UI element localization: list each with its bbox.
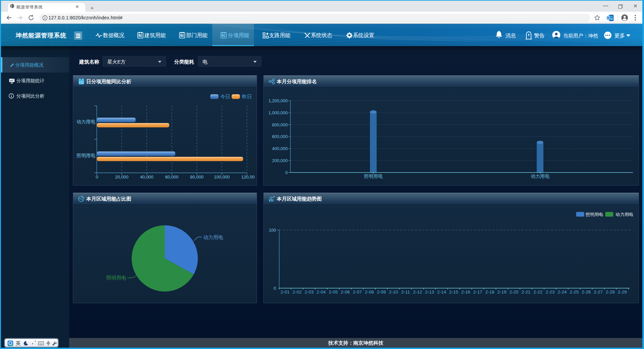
svg-text:2-29: 2-29 [618,289,627,295]
svg-text:0: 0 [285,170,288,175]
svg-text:动力用电: 动力用电 [615,212,633,217]
svg-text:120,00: 120,00 [241,174,255,180]
svg-text:2-28: 2-28 [606,289,615,295]
svg-text:80,000: 80,000 [190,174,204,180]
svg-text:动力用电: 动力用电 [203,234,223,240]
svg-text:1,200,000: 1,200,000 [268,98,288,103]
svg-text:照明用电: 照明用电 [586,212,603,217]
svg-text:2-04: 2-04 [317,289,326,295]
svg-text:2-25: 2-25 [569,289,578,295]
svg-text:2-20: 2-20 [509,289,518,295]
svg-text:2-11: 2-11 [401,289,410,295]
svg-text:2-21: 2-21 [521,289,530,295]
svg-text:2-01: 2-01 [280,289,289,295]
svg-text:2-07: 2-07 [353,289,362,295]
svg-text:昨日: 昨日 [242,94,252,99]
svg-text:40,000: 40,000 [140,174,153,180]
svg-text:照明用电: 照明用电 [364,173,383,179]
svg-text:0: 0 [274,286,276,291]
svg-text:100: 100 [269,228,276,233]
svg-text:800,000: 800,000 [272,122,288,127]
svg-text:2-22: 2-22 [533,289,542,295]
svg-text:2-24: 2-24 [557,289,567,295]
svg-text:动力用电: 动力用电 [531,173,549,179]
svg-text:2-03: 2-03 [305,289,314,295]
svg-text:2-14: 2-14 [437,289,446,295]
svg-text:2-05: 2-05 [329,289,338,295]
svg-text:2-15: 2-15 [449,289,458,295]
svg-text:2-02: 2-02 [292,289,301,295]
svg-text:动力用电: 动力用电 [77,119,95,124]
svg-text:2-23: 2-23 [545,289,554,295]
svg-text:2-12: 2-12 [413,289,422,295]
svg-text:2-10: 2-10 [389,289,398,295]
svg-text:今日: 今日 [220,94,230,99]
svg-text:2-18: 2-18 [485,289,494,295]
svg-text:照明用电: 照明用电 [106,275,126,280]
svg-text:2-16: 2-16 [461,289,470,295]
svg-text:2-26: 2-26 [582,289,591,295]
svg-text:100,000: 100,000 [214,174,230,180]
svg-text:60,000: 60,000 [165,174,178,180]
svg-text:400,000: 400,000 [272,146,288,151]
svg-text:0: 0 [96,174,98,180]
svg-text:2-08: 2-08 [365,289,374,295]
svg-text:照明用电: 照明用电 [77,153,95,158]
svg-text:2-19: 2-19 [497,289,506,295]
svg-text:200,000: 200,000 [272,158,288,163]
svg-text:1,000,000: 1,000,000 [268,110,288,115]
svg-text:2-27: 2-27 [594,289,603,295]
svg-text:600,000: 600,000 [272,134,288,139]
svg-text:2-06: 2-06 [341,289,350,295]
svg-text:20,000: 20,000 [115,174,128,180]
svg-text:2-09: 2-09 [377,289,386,295]
svg-text:2-17: 2-17 [473,289,482,295]
svg-text:2-13: 2-13 [425,289,434,295]
